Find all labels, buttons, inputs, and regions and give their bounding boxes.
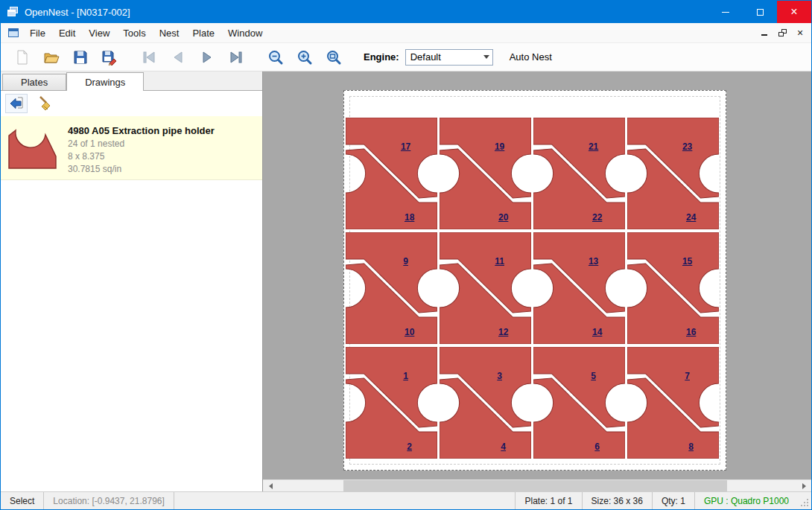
status-plate: Plate: 1 of 1 — [515, 492, 581, 509]
resize-grip[interactable] — [798, 492, 811, 509]
part-number: 7 — [685, 371, 690, 381]
menu-window[interactable]: Window — [221, 25, 269, 42]
open-folder-icon — [43, 49, 60, 66]
clear-nest-button[interactable] — [34, 94, 56, 113]
part-number: 8 — [688, 442, 694, 452]
import-drawing-button[interactable] — [5, 94, 28, 113]
first-icon — [141, 49, 157, 66]
chevron-down-icon — [480, 52, 492, 62]
next-plate-button[interactable] — [196, 46, 218, 68]
nested-part-pair[interactable]: 23 24 — [627, 118, 721, 232]
save-as-button[interactable] — [98, 46, 121, 68]
nested-part-pair[interactable]: 1 2 — [346, 347, 440, 462]
previous-plate-button[interactable] — [167, 46, 189, 68]
status-size: Size: 36 x 36 — [582, 492, 652, 509]
status-mode: Select — [1, 492, 43, 509]
tab-drawings[interactable]: Drawings — [66, 72, 144, 91]
scroll-left-button[interactable] — [263, 480, 275, 491]
menubar: File Edit View Tools Nest Plate Window × — [1, 23, 811, 42]
part-number: 10 — [405, 327, 414, 337]
nested-part-pair[interactable]: 17 18 — [346, 118, 440, 232]
statusbar: Select Location: [-0.9437, 21.8796] Plat… — [1, 491, 811, 509]
auto-nest-button[interactable]: Auto Nest — [510, 51, 552, 63]
part-number: 5 — [591, 371, 596, 381]
engine-select[interactable]: Default — [405, 49, 493, 66]
tab-plates[interactable]: Plates — [2, 74, 66, 90]
open-button[interactable] — [40, 46, 63, 68]
zoom-out-button[interactable] — [264, 46, 287, 68]
engine-selected-value: Default — [406, 51, 480, 63]
drawing-area: 30.7815 sq/in — [68, 164, 215, 174]
plate: 17 18 19 20 21 22 23 — [343, 90, 726, 471]
menu-nest[interactable]: Nest — [153, 25, 186, 42]
part-number: 23 — [682, 141, 692, 152]
part-thumbnail — [7, 124, 59, 172]
drawing-list-item[interactable]: 4980 A05 Extraction pipe holder 24 of 1 … — [1, 116, 262, 180]
app-window: OpenNest - [N0317-002] × File Edit View … — [0, 0, 812, 510]
zoom-in-icon — [296, 49, 313, 66]
nested-part-pair[interactable]: 21 22 — [533, 118, 627, 232]
nested-part-pair[interactable]: 5 6 — [533, 347, 627, 462]
scrollbar-thumb[interactable] — [343, 480, 727, 491]
child-close-button[interactable]: × — [791, 25, 809, 40]
restore-icon — [778, 29, 787, 36]
window-minimize-button[interactable] — [708, 1, 743, 23]
part-number: 9 — [403, 256, 408, 267]
menu-plate[interactable]: Plate — [185, 25, 221, 42]
parts-grid: 17 18 19 20 21 22 23 — [346, 118, 721, 462]
child-restore-button[interactable] — [773, 25, 791, 40]
import-icon — [8, 96, 25, 111]
zoom-out-icon — [267, 49, 284, 66]
engine-label: Engine: — [364, 51, 399, 63]
scroll-right-button[interactable] — [799, 480, 811, 491]
left-panel: Plates Drawings — [1, 71, 263, 491]
last-plate-button[interactable] — [225, 46, 247, 68]
menu-edit[interactable]: Edit — [52, 25, 82, 42]
zoom-fit-button[interactable] — [323, 46, 345, 68]
menu-tools[interactable]: Tools — [116, 25, 152, 42]
save-icon — [72, 49, 89, 66]
minimize-icon — [761, 34, 767, 36]
part-number: 21 — [589, 141, 598, 152]
nested-part-pair[interactable]: 13 14 — [533, 232, 627, 347]
drawings-toolbar — [1, 91, 262, 116]
nested-part-pair[interactable]: 3 4 — [440, 347, 533, 462]
part-number: 20 — [498, 212, 508, 223]
new-button[interactable] — [11, 46, 34, 68]
child-minimize-button[interactable] — [755, 25, 773, 40]
menu-view[interactable]: View — [82, 25, 116, 42]
titlebar: OpenNest - [N0317-002] × — [1, 1, 811, 23]
next-icon — [199, 49, 215, 66]
nested-part-pair[interactable]: 9 10 — [346, 232, 440, 347]
zoom-in-button[interactable] — [294, 46, 316, 68]
status-gpu: GPU : Quadro P1000 — [694, 492, 798, 509]
menu-file[interactable]: File — [23, 25, 52, 42]
status-location: Location: [-0.9437, 21.8796] — [43, 492, 174, 509]
drawing-title: 4980 A05 Extraction pipe holder — [68, 125, 215, 136]
triangle-left-icon — [266, 483, 273, 489]
new-document-icon — [14, 49, 31, 66]
main-toolbar: Engine: Default Auto Nest — [1, 42, 811, 71]
document-icon — [7, 27, 20, 39]
horizontal-scrollbar[interactable] — [263, 479, 811, 491]
part-number: 19 — [495, 141, 504, 152]
nested-part-pair[interactable]: 19 20 — [440, 118, 533, 232]
part-number: 2 — [407, 442, 412, 452]
triangle-right-icon — [802, 483, 809, 489]
app-icon — [7, 6, 19, 18]
part-number: 1 — [403, 371, 408, 381]
window-close-button[interactable]: × — [777, 1, 811, 23]
broom-icon — [37, 95, 53, 112]
window-maximize-button[interactable] — [743, 1, 777, 23]
first-plate-button[interactable] — [138, 46, 160, 68]
nested-part-pair[interactable]: 15 16 — [627, 232, 721, 347]
grip-dots-icon — [800, 498, 809, 507]
part-number: 6 — [594, 442, 600, 452]
nested-part-pair[interactable]: 11 12 — [440, 232, 533, 347]
maximize-icon — [757, 9, 764, 16]
drawing-dimensions: 8 x 8.375 — [68, 151, 215, 162]
part-number: 12 — [498, 327, 508, 337]
nested-part-pair[interactable]: 7 8 — [627, 347, 721, 462]
save-button[interactable] — [69, 46, 92, 68]
close-icon: × — [797, 27, 803, 39]
